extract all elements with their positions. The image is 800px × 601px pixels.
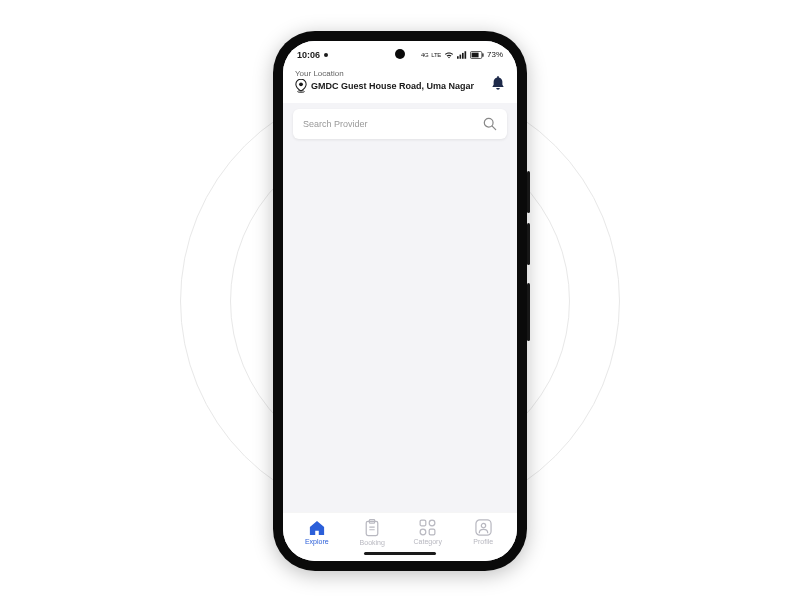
explore-icon xyxy=(308,520,326,536)
category-icon xyxy=(419,519,436,536)
booking-icon xyxy=(364,519,380,537)
location-selector[interactable]: Your Location GMDC Guest House Road, Uma… xyxy=(295,69,474,93)
nav-explore[interactable]: Explore xyxy=(289,520,345,545)
bottom-navigation: Explore Booking xyxy=(283,512,517,548)
nav-explore-label: Explore xyxy=(305,538,329,545)
svg-point-21 xyxy=(481,523,485,527)
svg-rect-2 xyxy=(459,54,461,58)
svg-rect-6 xyxy=(472,52,479,57)
signal-icon xyxy=(457,51,467,59)
svg-rect-7 xyxy=(482,53,483,57)
volume-down-button xyxy=(527,223,530,265)
home-indicator[interactable] xyxy=(364,552,436,555)
search-icon xyxy=(483,117,497,131)
svg-point-0 xyxy=(324,53,328,57)
nav-booking-label: Booking xyxy=(360,539,385,546)
phone-frame: 10:06 4G LTE 73% Your Location xyxy=(273,31,527,571)
location-pin-icon xyxy=(295,79,307,93)
volume-up-button xyxy=(527,171,530,213)
network-4g-label: 4G xyxy=(421,52,428,58)
search-placeholder: Search Provider xyxy=(303,119,368,129)
phone-mockup: 10:06 4G LTE 73% Your Location xyxy=(273,31,527,571)
svg-point-10 xyxy=(484,118,493,127)
home-indicator-area xyxy=(283,548,517,561)
bell-icon xyxy=(491,75,505,91)
content-area xyxy=(283,145,517,512)
status-time: 10:06 xyxy=(297,50,320,60)
svg-point-8 xyxy=(299,82,303,86)
power-button xyxy=(527,283,530,341)
front-camera xyxy=(395,49,405,59)
phone-screen: 10:06 4G LTE 73% Your Location xyxy=(283,41,517,561)
notifications-button[interactable] xyxy=(491,69,505,95)
svg-line-11 xyxy=(492,126,496,130)
nav-booking[interactable]: Booking xyxy=(345,519,401,546)
svg-rect-18 xyxy=(420,529,426,535)
battery-percentage: 73% xyxy=(487,50,503,59)
nav-profile[interactable]: Profile xyxy=(456,519,512,545)
svg-rect-17 xyxy=(429,520,435,526)
location-label: Your Location xyxy=(295,69,474,78)
nav-category-label: Category xyxy=(414,538,442,545)
wifi-icon xyxy=(444,51,454,59)
svg-rect-1 xyxy=(457,56,459,59)
app-header: Your Location GMDC Guest House Road, Uma… xyxy=(283,65,517,103)
profile-icon xyxy=(475,519,492,536)
svg-rect-19 xyxy=(429,529,435,535)
camera-dot-icon xyxy=(323,52,329,58)
search-input[interactable]: Search Provider xyxy=(293,109,507,139)
nav-profile-label: Profile xyxy=(473,538,493,545)
nav-category[interactable]: Category xyxy=(400,519,456,545)
location-address: GMDC Guest House Road, Uma Nagar xyxy=(311,81,474,91)
svg-rect-4 xyxy=(464,51,466,59)
svg-rect-3 xyxy=(462,52,464,58)
search-container: Search Provider xyxy=(283,103,517,145)
svg-rect-16 xyxy=(420,520,426,526)
battery-icon xyxy=(470,51,484,59)
network-lte-label: LTE xyxy=(431,52,441,58)
